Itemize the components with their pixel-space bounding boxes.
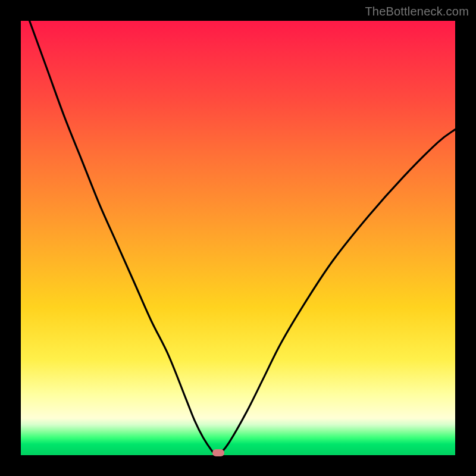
watermark-text: TheBottleneck.com [365, 5, 469, 18]
minimum-marker [212, 449, 224, 456]
curve-line [30, 21, 455, 455]
plot-area [21, 21, 455, 455]
chart-frame: TheBottleneck.com [0, 0, 476, 476]
bottleneck-curve [21, 21, 455, 455]
